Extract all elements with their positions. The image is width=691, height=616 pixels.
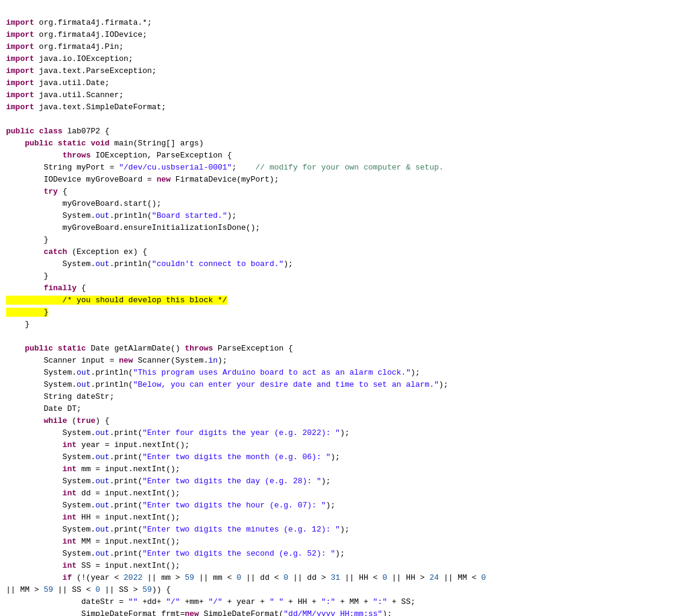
keyword-token: int bbox=[6, 513, 77, 522]
number-token: 0 bbox=[382, 573, 387, 582]
plain-token: ; bbox=[232, 163, 255, 172]
plain-token: lab07P2 { bbox=[63, 127, 110, 136]
code-line: import java.util.Date; bbox=[0, 77, 691, 89]
code-content: import org.firmata4j.firmata.*; bbox=[6, 17, 685, 29]
keyword-token: class bbox=[39, 127, 63, 136]
field-token: out bbox=[95, 452, 109, 462]
code-line: public class lab07P2 { bbox=[0, 125, 691, 138]
code-content: Date DT; bbox=[6, 403, 685, 415]
code-content: System.out.print("Enter two digits the s… bbox=[6, 548, 685, 560]
string-token: "Board started." bbox=[152, 211, 227, 220]
keyword-token: new bbox=[185, 609, 198, 617]
keyword-token: true bbox=[77, 416, 95, 425]
plain-token: .print( bbox=[110, 452, 143, 462]
plain-token: || SS < bbox=[53, 585, 95, 594]
plain-token: java.text.ParseException; bbox=[34, 66, 157, 75]
plain-token: org.firmata4j.Pin; bbox=[34, 42, 124, 51]
code-content: int HH = input.nextInt(); bbox=[6, 512, 685, 524]
code-content: System.out.println("Board started."); bbox=[6, 210, 685, 222]
code-line bbox=[0, 113, 691, 125]
plain-token: } bbox=[6, 320, 30, 329]
plain-token: || HH < bbox=[340, 573, 382, 582]
plain-token: .println( bbox=[90, 368, 133, 377]
code-line: public static Date getAlarmDate() throws… bbox=[0, 343, 691, 355]
field-token: out bbox=[95, 501, 109, 510]
plain-token: org.firmata4j.IODevice; bbox=[34, 30, 147, 39]
code-line: || MM > 59 || SS < 0 || SS > 59)) { bbox=[0, 584, 691, 596]
code-line: import org.firmata4j.IODevice; bbox=[0, 29, 691, 41]
code-content: if (!(year < 2022 || mm > 59 || mm < 0 |… bbox=[6, 572, 685, 584]
code-content: } bbox=[6, 306, 685, 319]
number-token: 59 bbox=[185, 573, 194, 582]
string-token: "Below, you can enter your desire date a… bbox=[133, 380, 439, 389]
code-line: IODevice myGroveBoard = new FirmataDevic… bbox=[0, 174, 691, 186]
plain-token: || SS > bbox=[100, 585, 142, 594]
code-line: int dd = input.nextInt(); bbox=[0, 487, 691, 500]
code-line: int year = input.nextInt(); bbox=[0, 439, 691, 451]
code-line: myGroveBoard.ensureInitializationIsDone(… bbox=[0, 222, 691, 234]
plain-token: ); bbox=[382, 609, 392, 617]
keyword-token: int bbox=[6, 465, 77, 474]
plain-token: { bbox=[58, 187, 68, 196]
plain-token: )) { bbox=[152, 585, 171, 594]
plain-token: ); bbox=[218, 356, 227, 365]
keyword-token: int bbox=[6, 561, 77, 570]
field-token: out bbox=[95, 259, 109, 268]
code-content: public static void main(String[] args) bbox=[6, 138, 685, 150]
code-line: System.out.print("Enter two digits the m… bbox=[0, 451, 691, 463]
plain-token: SS = input.nextInt(); bbox=[77, 561, 180, 570]
plain-token: main(String[] args) bbox=[110, 139, 204, 148]
plain-token: dd = input.nextInt(); bbox=[77, 489, 180, 498]
keyword-token: new bbox=[157, 175, 171, 184]
keyword-token: import bbox=[6, 18, 34, 27]
field-token: out bbox=[95, 211, 109, 220]
string-token: "Enter two digits the second (e.g. 52): … bbox=[142, 549, 335, 558]
string-token: "" bbox=[128, 597, 138, 606]
plain-token: .print( bbox=[110, 549, 143, 558]
code-content: public class lab07P2 { bbox=[6, 125, 685, 138]
code-content: import java.text.ParseException; bbox=[6, 65, 685, 77]
plain-token: || MM > bbox=[6, 585, 43, 594]
code-content: int year = input.nextInt(); bbox=[6, 439, 685, 451]
code-content: Scanner input = new Scanner(System.in); bbox=[6, 355, 685, 367]
code-line: public static void main(String[] args) bbox=[0, 138, 691, 150]
code-editor: import org.firmata4j.firmata.*;import or… bbox=[0, 0, 691, 616]
plain-token: FirmataDevice(myPort); bbox=[171, 175, 279, 184]
plain-token: + SS; bbox=[387, 597, 415, 606]
code-line: import java.text.SimpleDateFormat; bbox=[0, 101, 691, 113]
plain-token: System. bbox=[6, 259, 95, 268]
field-token: out bbox=[77, 368, 90, 377]
string-token: ":" bbox=[321, 597, 335, 606]
keyword-token: static bbox=[58, 344, 86, 353]
keyword-token: import bbox=[6, 90, 34, 100]
plain-token bbox=[34, 127, 39, 136]
plain-token bbox=[6, 151, 63, 160]
plain-token: || mm < bbox=[194, 573, 236, 582]
code-line: System.out.print("Enter two digits the m… bbox=[0, 524, 691, 536]
plain-token: ); bbox=[340, 428, 350, 437]
plain-token: HH = input.nextInt(); bbox=[77, 513, 180, 522]
plain-token: .print( bbox=[110, 525, 143, 534]
plain-token: .print( bbox=[110, 501, 143, 510]
plain-token: java.util.Date; bbox=[34, 78, 110, 87]
code-content: import java.io.IOException; bbox=[6, 53, 685, 65]
plain-token: SimpleDateFormat frmt= bbox=[6, 609, 185, 617]
keyword-token: public bbox=[25, 139, 53, 148]
code-line: System.out.print("Enter two digits the h… bbox=[0, 500, 691, 512]
plain-token: System. bbox=[6, 501, 95, 510]
string-token: "/" bbox=[208, 597, 222, 606]
code-line bbox=[0, 331, 691, 343]
string-token: "Enter two digits the minutes (e.g. 12):… bbox=[142, 525, 340, 534]
code-content: import java.util.Date; bbox=[6, 77, 685, 89]
code-line: System.out.println("Below, you can enter… bbox=[0, 379, 691, 391]
code-line: System.out.print("Enter four digits the … bbox=[0, 427, 691, 439]
string-token: "Enter two digits the month (e.g. 06): " bbox=[142, 452, 330, 462]
string-token: "dd/MM/yyyy HH:mm:ss" bbox=[283, 609, 382, 617]
field-token: out bbox=[95, 477, 109, 486]
plain-token: } bbox=[6, 271, 48, 281]
plain-token: (Exception ex) { bbox=[67, 247, 147, 256]
field-token: in bbox=[208, 356, 218, 365]
code-line: SimpleDateFormat frmt=new SimpleDateForm… bbox=[0, 608, 691, 617]
plain-token: || dd > bbox=[288, 573, 330, 582]
code-content: String myPort = "/dev/cu.usbserial-0001"… bbox=[6, 162, 685, 174]
